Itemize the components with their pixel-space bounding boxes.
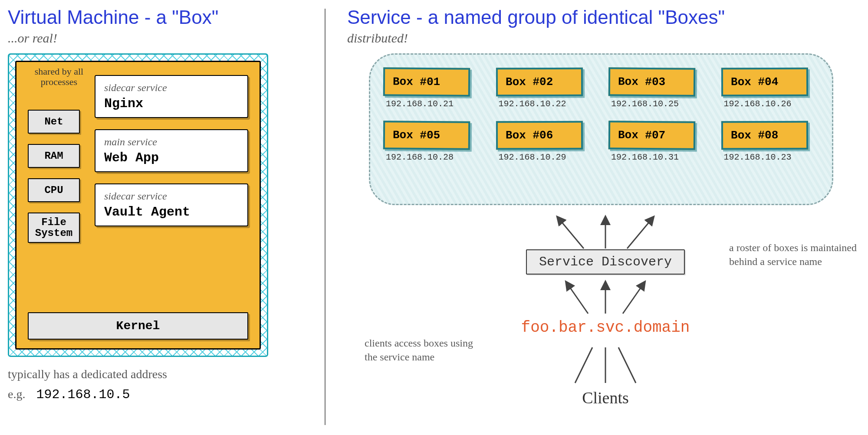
vm-panel: Virtual Machine - a "Box" ...or real! sh… [8, 7, 277, 402]
vm-service-webapp: main service Web App [95, 129, 248, 172]
service-box: Box #04 [721, 68, 808, 97]
svg-line-0 [558, 217, 584, 249]
vm-kernel: Kernel [28, 312, 248, 340]
vm-title: Virtual Machine - a "Box" [8, 7, 277, 28]
vm-resource-net: Net [28, 110, 80, 134]
vm-service-tag: main service [104, 136, 239, 148]
vm-ip-label: e.g. [8, 387, 25, 401]
roster-note: a roster of boxes is maintained behind a… [729, 241, 859, 269]
service-box-ip: 192.168.10.22 [496, 99, 566, 109]
service-box-ip: 192.168.10.21 [383, 99, 454, 109]
vm-service-name: Nginx [104, 96, 239, 111]
vm-resource-column: Net RAM CPU File System [28, 110, 80, 243]
service-box-ip: 192.168.10.23 [721, 152, 792, 162]
arrows-name-to-sd [540, 280, 671, 314]
service-box: Box #05 [383, 121, 470, 150]
vm-service-name: Web App [104, 150, 239, 165]
box-grid: Box #01 192.168.10.21 Box #02 192.168.10… [383, 68, 819, 162]
service-subtitle: distributed! [347, 31, 864, 46]
box-cell: Box #08 192.168.10.23 [721, 121, 819, 162]
service-box-ip: 192.168.10.25 [608, 99, 679, 109]
vm-ip-line: e.g. 192.168.10.5 [8, 387, 277, 402]
svg-line-5 [623, 282, 644, 314]
vm-dedicated-address-note: typically has a dedicated address [8, 367, 277, 381]
service-box-ip: 192.168.10.29 [496, 152, 566, 162]
box-cell: Box #06 192.168.10.29 [496, 121, 594, 162]
box-cell: Box #05 192.168.10.28 [383, 121, 481, 162]
svg-line-2 [627, 217, 653, 249]
service-box-ip: 192.168.10.28 [383, 152, 454, 162]
vm-resource-cpu: CPU [28, 178, 80, 202]
service-cloud: Box #01 192.168.10.21 Box #02 192.168.10… [369, 53, 833, 205]
vm-service-nginx: sidecar service Nginx [95, 75, 248, 118]
box-cell: Box #04 192.168.10.26 [721, 68, 819, 109]
vertical-divider [325, 9, 326, 425]
vm-ip-value: 192.168.10.5 [36, 387, 130, 402]
service-box: Box #08 [721, 121, 808, 150]
vm-service-tag: sidecar service [104, 190, 239, 202]
service-box-ip: 192.168.10.26 [721, 99, 792, 109]
svg-line-6 [575, 347, 592, 383]
service-box: Box #07 [608, 121, 695, 150]
vm-shared-label: shared by all processes [29, 66, 89, 87]
vm-hatch-border: shared by all processes Net RAM CPU File… [8, 53, 268, 357]
vm-resource-fs: File System [28, 213, 80, 243]
service-discovery-box: Service Discovery [526, 249, 685, 275]
vm-service-tag: sidecar service [104, 82, 239, 94]
service-dns-name: foo.bar.svc.domain [521, 319, 690, 337]
box-cell: Box #03 192.168.10.25 [608, 68, 707, 109]
vm-service-column: sidecar service Nginx main service Web A… [95, 75, 248, 226]
vm-resource-ram: RAM [28, 144, 80, 168]
svg-line-3 [566, 282, 588, 314]
service-title: Service - a named group of identical "Bo… [347, 7, 864, 28]
box-cell: Box #01 192.168.10.21 [383, 68, 481, 109]
clients-label: Clients [582, 388, 629, 407]
service-panel: Service - a named group of identical "Bo… [347, 7, 864, 205]
vm-subtitle: ...or real! [8, 31, 277, 46]
vm-body: shared by all processes Net RAM CPU File… [15, 61, 261, 350]
svg-line-8 [618, 347, 636, 383]
service-box: Box #02 [496, 68, 582, 97]
arrows-clients-to-name [549, 345, 662, 384]
service-box: Box #03 [608, 67, 695, 96]
vm-service-name: Vault Agent [104, 205, 239, 219]
service-box: Box #01 [383, 67, 470, 96]
arrows-sd-to-boxes [540, 215, 671, 249]
service-box-ip: 192.168.10.31 [608, 152, 679, 162]
vm-service-vault: sidecar service Vault Agent [95, 183, 248, 226]
clients-note: clients access boxes using the service n… [365, 336, 486, 364]
box-cell: Box #07 192.168.10.31 [608, 121, 707, 162]
box-cell: Box #02 192.168.10.22 [496, 68, 594, 109]
service-box: Box #06 [496, 121, 582, 150]
